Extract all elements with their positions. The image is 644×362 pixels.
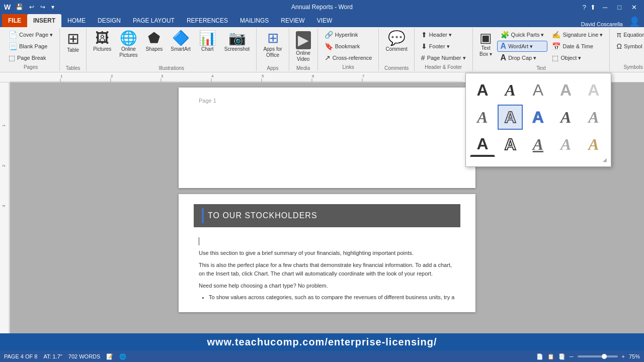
text-box-button[interactable]: ▣ TextBox ▾ xyxy=(476,29,496,64)
document-body: Use this section to give a brief summary… xyxy=(199,249,455,302)
online-pictures-button[interactable]: 🌐 OnlinePictures xyxy=(116,29,141,64)
chart-button[interactable]: 📊 Chart xyxy=(195,29,220,64)
tab-insert[interactable]: INSERT xyxy=(27,14,61,27)
apps-items: ⊞ Apps forOffice xyxy=(260,29,285,64)
page-break-button[interactable]: ⬚ Page Break xyxy=(5,52,56,63)
customize-qa-button[interactable]: ▾ xyxy=(49,3,56,12)
signature-line-button[interactable]: ✍ Signature Line ▾ xyxy=(548,29,606,40)
wordart-style-3[interactable]: A xyxy=(525,77,550,103)
close-button[interactable]: ✕ xyxy=(628,4,640,11)
doc-paragraph-2: This is also the perfect place for a few… xyxy=(199,261,455,279)
svg-text:1: 1 xyxy=(60,74,63,78)
pictures-button[interactable]: 🖼 Pictures xyxy=(90,29,115,64)
header-button[interactable]: ⬆ Header ▾ xyxy=(418,29,469,40)
group-links: 🔗 Hyperlink 🔖 Bookmark ↗ Cross-reference… xyxy=(318,28,379,71)
wordart-style-2[interactable]: A xyxy=(498,77,523,103)
tab-page-layout[interactable]: PAGE LAYOUT xyxy=(127,14,181,27)
tab-mailings[interactable]: MAILINGS xyxy=(234,14,275,27)
zoom-level[interactable]: 75% xyxy=(629,353,640,359)
tab-home[interactable]: HOME xyxy=(61,14,92,27)
watermark-text: www.teachucomp.com/enterprise-licensing/ xyxy=(207,336,437,347)
shapes-button[interactable]: ⬟ Shapes xyxy=(142,29,166,64)
cross-reference-button[interactable]: ↗ Cross-reference xyxy=(321,52,376,63)
object-button[interactable]: ⬚ Object ▾ xyxy=(548,52,606,63)
online-video-label: OnlineVideo xyxy=(296,50,310,62)
header-footer-items: ⬆ Header ▾ ⬇ Footer ▾ # Page Number ▾ xyxy=(418,29,469,63)
symbols-group-label: Symbols xyxy=(613,63,644,70)
tables-items: ⊞ Table xyxy=(63,29,83,64)
tab-review[interactable]: REVIEW xyxy=(275,14,310,27)
page-number-icon: # xyxy=(421,54,425,62)
help-icon[interactable]: ? xyxy=(583,4,586,11)
cross-reference-label: Cross-reference xyxy=(333,55,372,61)
title-bar: W 💾 ↩ ↪ ▾ Annual Reports - Word ? ⬆ ─ □ … xyxy=(0,0,644,14)
wordart-style-12[interactable]: A xyxy=(498,132,523,157)
redo-button[interactable]: ↪ xyxy=(38,3,47,12)
minimize-button[interactable]: ─ xyxy=(600,4,610,11)
hyperlink-button[interactable]: 🔗 Hyperlink xyxy=(321,29,376,40)
wordart-style-6[interactable]: A xyxy=(470,105,495,130)
wordart-style-8[interactable]: A xyxy=(525,105,550,130)
page-number-button[interactable]: # Page Number ▾ xyxy=(418,52,469,63)
object-label: Object ▾ xyxy=(560,55,581,61)
document-title: Annual Reports - Word xyxy=(291,4,353,11)
tab-view[interactable]: VIEW xyxy=(311,14,339,27)
panel-resize-handle[interactable]: ◢ xyxy=(470,157,607,162)
wordart-style-14[interactable]: A xyxy=(553,132,579,157)
wordart-style-7[interactable]: A xyxy=(498,105,523,130)
undo-button[interactable]: ↩ xyxy=(27,3,36,12)
tab-file[interactable]: FILE xyxy=(2,14,27,27)
equation-icon: π xyxy=(616,31,621,39)
view-web-icon[interactable]: 📑 xyxy=(558,353,566,360)
wordart-style-5[interactable]: A xyxy=(581,77,606,103)
wordart-style-1[interactable]: A xyxy=(470,77,495,103)
screenshot-label: Screenshot xyxy=(224,46,250,52)
tab-design[interactable]: DESIGN xyxy=(92,14,127,27)
apps-office-button[interactable]: ⊞ Apps forOffice xyxy=(260,29,285,64)
group-pages: 📄 Cover Page ▾ 📃 Blank Page ⬚ Page Break… xyxy=(2,28,60,71)
signature-line-label: Signature Line ▾ xyxy=(562,32,603,38)
symbol-button[interactable]: Ω Symbol ▾ xyxy=(613,41,644,52)
save-button[interactable]: 💾 xyxy=(14,3,25,12)
at-position: AT: 1.7" xyxy=(43,353,62,359)
maximize-button[interactable]: □ xyxy=(614,4,624,11)
date-time-button[interactable]: 📅 Date & Time xyxy=(548,41,606,52)
links-items: 🔗 Hyperlink 🔖 Bookmark ↗ Cross-reference xyxy=(321,29,376,63)
comment-button[interactable]: 💬 Comment xyxy=(382,29,411,64)
screenshot-button[interactable]: 📷 Screenshot xyxy=(221,29,254,64)
equation-button[interactable]: π Equation ▾ xyxy=(613,29,644,40)
view-print-icon[interactable]: 📄 xyxy=(536,353,543,360)
zoom-in-button[interactable]: + xyxy=(622,353,625,359)
smartart-button[interactable]: 🔷 SmartArt xyxy=(167,29,194,64)
drop-cap-button[interactable]: A Drop Cap ▾ xyxy=(497,52,548,63)
wordart-style-13[interactable]: A xyxy=(525,132,550,157)
svg-text:2: 2 xyxy=(2,164,6,167)
blank-page-button[interactable]: 📃 Blank Page xyxy=(5,41,56,52)
heading-text: TO OUR STOCKHOLDERS xyxy=(208,211,317,220)
wordart-style-15[interactable]: A xyxy=(581,132,606,157)
wordart-style-10[interactable]: A xyxy=(581,105,606,130)
quick-parts-button[interactable]: 🧩 Quick Parts ▾ xyxy=(497,29,548,40)
wordart-button[interactable]: A WordArt ▾ xyxy=(497,41,548,52)
tab-references[interactable]: REFERENCES xyxy=(181,14,234,27)
wordart-style-11[interactable]: A xyxy=(470,132,495,157)
wordart-style-9[interactable]: A xyxy=(553,105,579,130)
page-info[interactable]: PAGE 4 OF 8 xyxy=(4,353,37,359)
ribbon-toggle-icon[interactable]: ⬆ xyxy=(590,4,596,11)
wordart-style-4[interactable]: A xyxy=(553,77,579,103)
zoom-slider[interactable] xyxy=(578,355,618,357)
table-button[interactable]: ⊞ Table xyxy=(63,29,83,64)
ribbon: 📄 Cover Page ▾ 📃 Blank Page ⬚ Page Break… xyxy=(0,27,644,72)
page-2[interactable]: TO OUR STOCKHOLDERS Use this section to … xyxy=(179,194,475,312)
bookmark-icon: 🔖 xyxy=(325,42,333,50)
pages-items: 📄 Cover Page ▾ 📃 Blank Page ⬚ Page Break xyxy=(5,29,56,63)
account-icon[interactable]: 👤 xyxy=(627,16,642,27)
view-full-icon[interactable]: 📋 xyxy=(547,353,554,360)
bookmark-button[interactable]: 🔖 Bookmark xyxy=(321,41,376,52)
comments-group-label: Comments xyxy=(382,64,411,71)
zoom-out-button[interactable]: ─ xyxy=(570,353,574,359)
cover-page-button[interactable]: 📄 Cover Page ▾ xyxy=(5,29,56,40)
pages-group-label: Pages xyxy=(5,63,56,70)
footer-button[interactable]: ⬇ Footer ▾ xyxy=(418,41,469,52)
online-video-button[interactable]: ▶ OnlineVideo xyxy=(292,29,314,64)
